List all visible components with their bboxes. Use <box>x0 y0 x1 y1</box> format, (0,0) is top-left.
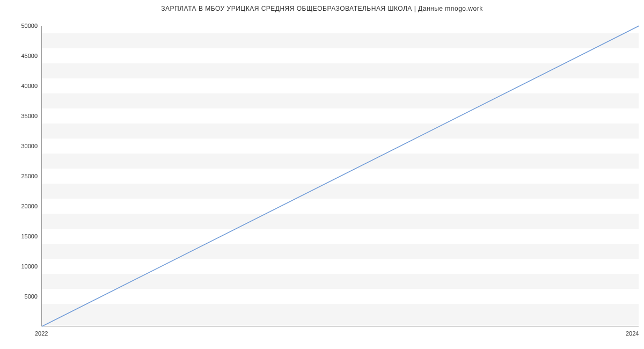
y-tick-label: 20000 <box>5 203 38 209</box>
y-tick-label: 10000 <box>5 263 38 270</box>
y-tick-label: 45000 <box>5 53 38 59</box>
y-tick-label: 40000 <box>5 83 38 89</box>
x-tick-label: 2024 <box>626 330 639 337</box>
x-tick-label: 2022 <box>35 330 48 337</box>
y-tick-label: 15000 <box>5 233 38 239</box>
y-tick-label: 35000 <box>5 113 38 119</box>
chart-container: ЗАРПЛАТА В МБОУ УРИЦКАЯ СРЕДНЯЯ ОБЩЕОБРА… <box>0 0 644 349</box>
data-line <box>42 26 639 326</box>
y-tick-label: 50000 <box>5 23 38 29</box>
chart-line-layer <box>42 26 639 326</box>
plot-area <box>41 26 639 326</box>
y-tick-label: 25000 <box>5 173 38 179</box>
y-tick-label: 30000 <box>5 143 38 149</box>
y-tick-label: 5000 <box>5 293 38 300</box>
chart-title: ЗАРПЛАТА В МБОУ УРИЦКАЯ СРЕДНЯЯ ОБЩЕОБРА… <box>0 5 644 12</box>
